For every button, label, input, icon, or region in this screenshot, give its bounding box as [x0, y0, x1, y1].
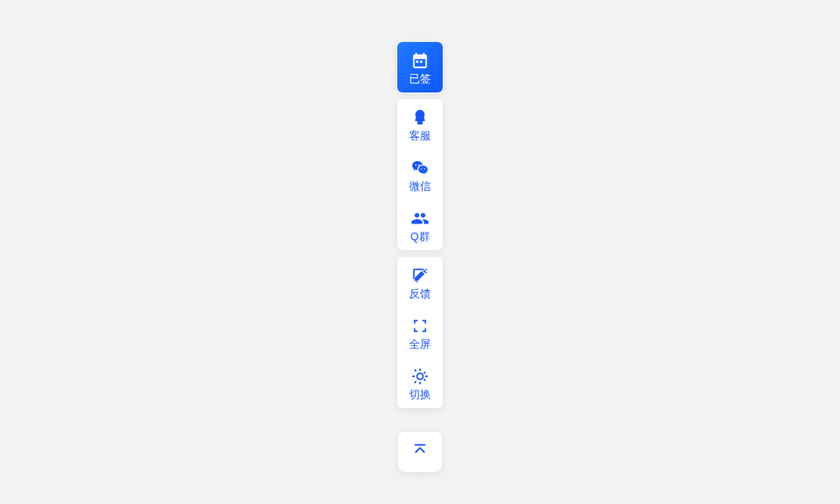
- feedback-label: 反馈: [409, 288, 431, 299]
- panel-tools: 反馈 全屏 切换: [397, 257, 443, 408]
- qq-icon: [411, 108, 429, 127]
- back-to-top-button[interactable]: [398, 432, 442, 472]
- fullscreen-button[interactable]: 全屏: [397, 307, 443, 358]
- wechat-icon: [411, 159, 429, 177]
- qgroup-button[interactable]: Q群: [397, 200, 443, 250]
- fullscreen-icon: [411, 317, 429, 335]
- top-icon: [411, 441, 429, 463]
- fullscreen-label: 全屏: [409, 339, 431, 349]
- wechat-label: 微信: [409, 181, 431, 192]
- customer-service-label: 客服: [409, 130, 431, 141]
- customer-service-button[interactable]: 客服: [397, 99, 443, 150]
- qgroup-label: Q群: [410, 231, 429, 242]
- calendar-icon: [411, 51, 429, 70]
- signin-button[interactable]: 已签: [397, 42, 443, 92]
- panel-contact: 客服 微信 Q群: [397, 99, 443, 250]
- theme-toggle-button[interactable]: 切换: [397, 358, 443, 408]
- theme-toggle-label: 切换: [409, 389, 431, 400]
- edit-icon: [411, 266, 429, 285]
- wechat-button[interactable]: 微信: [397, 150, 443, 200]
- sun-icon: [411, 367, 429, 386]
- feedback-button[interactable]: 反馈: [397, 257, 443, 307]
- group-icon: [411, 209, 429, 228]
- side-toolbar: 已签 客服 微信 Q群 反馈: [397, 42, 443, 472]
- panel-signin: 已签: [397, 42, 443, 92]
- signin-label: 已签: [409, 73, 431, 84]
